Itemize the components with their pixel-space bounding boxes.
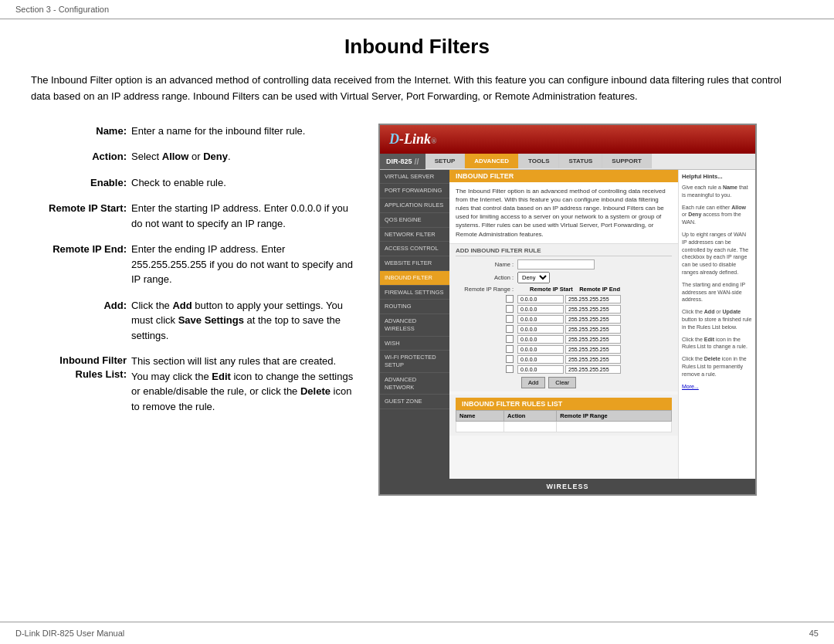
- sidebar-item-qos-engine[interactable]: QOS ENGINE: [380, 213, 449, 228]
- sidebar-item-advanced-network[interactable]: ADVANCED NETWORK: [380, 373, 449, 395]
- field-descriptions: Name: Enter a name for the inbound filte…: [31, 124, 355, 425]
- add-desc: Click the Add button to apply your setti…: [131, 298, 355, 344]
- footer-right: 45: [809, 629, 819, 638]
- ip-start-1[interactable]: [517, 295, 564, 303]
- clear-button[interactable]: Clear: [548, 377, 576, 388]
- ip-row-6: [456, 345, 672, 354]
- form-action-label: Action :: [456, 274, 517, 281]
- sidebar-item-wish[interactable]: WISH: [380, 337, 449, 351]
- tab-tools[interactable]: TOOLS: [519, 154, 559, 168]
- page-header: Section 3 - Configuration: [0, 0, 834, 19]
- ip-start-5[interactable]: [517, 335, 564, 344]
- ip-start-4[interactable]: [517, 325, 564, 334]
- ip-row-4: [456, 325, 672, 334]
- ip-end-3[interactable]: [565, 315, 621, 324]
- sidebar-item-access-control[interactable]: ACCESS CONTROL: [380, 242, 449, 256]
- name-field-row: Name: Enter a name for the inbound filte…: [31, 124, 355, 139]
- tab-advanced[interactable]: ADVANCED: [465, 154, 519, 168]
- sidebar-item-inbound-filter[interactable]: INBOUND FILTER: [380, 271, 449, 286]
- router-body: VIRTUAL SERVER PORT FORWARDING APPLICATI…: [380, 170, 755, 479]
- ip-start-7[interactable]: [517, 355, 564, 364]
- rules-list-header: INBOUND FILTER RULES LIST: [456, 398, 672, 410]
- rules-list-label: Inbound FilterRules List:: [31, 354, 131, 414]
- ip-end-2[interactable]: [565, 305, 621, 314]
- form-name-input[interactable]: [517, 259, 595, 269]
- sidebar-item-port-forwarding[interactable]: PORT FORWARDING: [380, 184, 449, 198]
- ip-row-7: [456, 355, 672, 364]
- ip-start-3[interactable]: [517, 315, 564, 324]
- ip-checkbox-4[interactable]: [506, 325, 514, 333]
- remote-ip-start-desc: Enter the starting IP address. Enter 0.0…: [131, 201, 355, 231]
- tab-support[interactable]: SUPPORT: [602, 154, 652, 168]
- hints-title: Helpful Hints...: [682, 173, 752, 181]
- router-main-panel: INBOUND FILTER The Inbound Filter option…: [449, 170, 678, 479]
- page-footer: D-Link DIR-825 User Manual 45: [0, 622, 834, 644]
- page-title: Inbound Filters: [31, 35, 803, 59]
- action-field-row: Action: Select Allow or Deny.: [31, 149, 355, 164]
- add-field-row: Add: Click the Add button to apply your …: [31, 298, 355, 344]
- col-ip-range: Remote IP Range: [557, 410, 672, 421]
- intro-text: The Inbound Filter option is an advanced…: [31, 73, 803, 105]
- router-ui-container: D-Link® DIR-825 // SETUP ADVANCED TOOLS …: [378, 124, 757, 496]
- ip-row-3: [456, 315, 672, 324]
- hint-2: Each rule can either Allow or Deny acces…: [682, 204, 752, 226]
- sidebar-item-guest-zone[interactable]: GUEST ZONE: [380, 395, 449, 409]
- hints-panel: Helpful Hints... Give each rule a Name t…: [678, 170, 755, 479]
- form-action-select[interactable]: Deny Allow: [517, 272, 550, 283]
- ip-start-2[interactable]: [517, 305, 564, 314]
- ip-checkbox-1[interactable]: [506, 295, 514, 303]
- router-screenshot: D-Link® DIR-825 // SETUP ADVANCED TOOLS …: [378, 124, 803, 496]
- action-desc: Select Allow or Deny.: [131, 149, 355, 164]
- enable-desc: Check to enable rule.: [131, 175, 355, 191]
- name-label: Name:: [31, 124, 131, 139]
- ip-end-4[interactable]: [565, 325, 621, 334]
- more-link[interactable]: More...: [682, 383, 752, 391]
- sidebar-item-website-filter[interactable]: WEBSITE FILTER: [380, 256, 449, 271]
- name-desc: Enter a name for the inbound filter rule…: [131, 124, 355, 139]
- add-filter-title: ADD INBOUND FILTER RULE: [456, 247, 672, 256]
- form-ip-range-row: Remote IP Range : Remote IP Start Remote…: [456, 286, 672, 293]
- ip-row-1: [456, 295, 672, 303]
- ip-checkbox-5[interactable]: [506, 335, 514, 343]
- ip-end-7[interactable]: [565, 355, 621, 364]
- ip-checkbox-6[interactable]: [506, 345, 514, 353]
- hint-6: Click the Edit icon in the Rules List to…: [682, 336, 752, 351]
- add-button[interactable]: Add: [521, 377, 545, 388]
- enable-label: Enable:: [31, 175, 131, 191]
- rules-list-desc: This section will list any rules that ar…: [131, 354, 355, 414]
- ip-row-2: [456, 305, 672, 314]
- sidebar-item-wifi-protected[interactable]: WI-FI PROTECTED SETUP: [380, 351, 449, 373]
- ip-checkbox-8[interactable]: [506, 365, 514, 373]
- ip-end-1[interactable]: [565, 295, 621, 303]
- ip-end-8[interactable]: [565, 365, 621, 374]
- ip-checkbox-7[interactable]: [506, 355, 514, 363]
- col-name: Name: [456, 410, 504, 421]
- sidebar-item-application-rules[interactable]: APPLICATION RULES: [380, 198, 449, 213]
- hint-7: Click the Delete icon in the Rules List …: [682, 355, 752, 378]
- router-model: DIR-825 //: [380, 154, 425, 169]
- form-ip-range-label: Remote IP Range :: [456, 286, 517, 293]
- enable-field-row: Enable: Check to enable rule.: [31, 175, 355, 191]
- sidebar-item-advanced-wireless[interactable]: ADVANCED WIRELESS: [380, 314, 449, 337]
- two-column-layout: Name: Enter a name for the inbound filte…: [31, 124, 803, 496]
- rules-list-row: Inbound FilterRules List: This section w…: [31, 354, 355, 414]
- filter-buttons: Add Clear: [456, 377, 672, 388]
- remote-ip-end-desc: Enter the ending IP address. Enter 255.2…: [131, 242, 355, 287]
- sidebar-item-network-filter[interactable]: NETWORK FILTER: [380, 228, 449, 242]
- sidebar-item-firewall-settings[interactable]: FIREWALL SETTINGS: [380, 286, 449, 300]
- ip-end-5[interactable]: [565, 335, 621, 344]
- ip-start-8[interactable]: [517, 365, 564, 374]
- ip-start-6[interactable]: [517, 345, 564, 354]
- sidebar-item-routing[interactable]: ROUTING: [380, 300, 449, 314]
- tab-status[interactable]: STATUS: [559, 154, 602, 168]
- rules-list-section: INBOUND FILTER RULES LIST Name Action Re…: [449, 395, 678, 436]
- tab-setup[interactable]: SETUP: [425, 154, 466, 168]
- sidebar-item-virtual-server[interactable]: VIRTUAL SERVER: [380, 170, 449, 185]
- ip-checkbox-2[interactable]: [506, 305, 514, 313]
- ip-end-6[interactable]: [565, 345, 621, 354]
- hint-3: Up to eight ranges of WAN IP addresses c…: [682, 231, 752, 276]
- panel-description: The Inbound Filter option is an advanced…: [449, 182, 678, 244]
- ip-checkbox-3[interactable]: [506, 315, 514, 323]
- dlink-logo: D-Link®: [389, 131, 437, 147]
- form-name-label: Name :: [456, 261, 517, 268]
